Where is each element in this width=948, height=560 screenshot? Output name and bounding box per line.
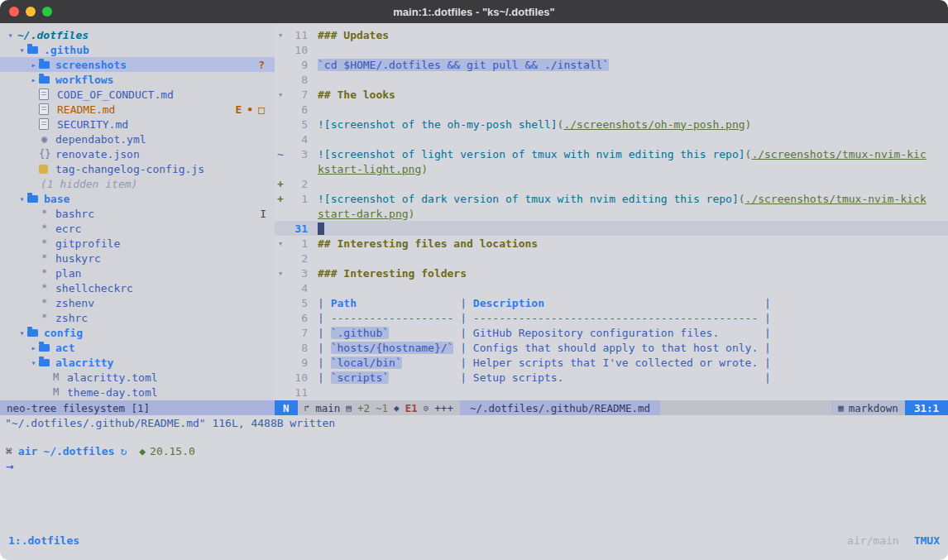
tree-row[interactable]: *huskyrc bbox=[0, 251, 275, 266]
line-text: ## The looks bbox=[318, 89, 948, 101]
git-status-badges: E•□ bbox=[236, 103, 275, 116]
line-text bbox=[318, 223, 948, 235]
editor-line[interactable]: 5![screenshot of the oh-my-posh shell](.… bbox=[275, 117, 948, 132]
prompt-host: air bbox=[18, 445, 37, 457]
tree-row[interactable]: *bashrcI bbox=[0, 206, 275, 221]
editor-line[interactable]: 9| `local/bin` | Helper scripts that I'v… bbox=[275, 355, 948, 370]
tree-row[interactable]: SECURITY.md bbox=[0, 117, 275, 132]
git-status-badges: ? bbox=[258, 59, 275, 71]
editor-line[interactable]: ~3![screenshot of light version of tmux … bbox=[275, 146, 948, 161]
editor-line[interactable]: +1![screenshot of dark version of tmux w… bbox=[275, 191, 948, 206]
tree-label: (1 hidden item) bbox=[41, 178, 137, 190]
editor-line[interactable]: 4 bbox=[275, 280, 948, 295]
tree-row[interactable]: README.mdE•□ bbox=[0, 102, 275, 117]
line-number: 10 bbox=[286, 44, 308, 56]
tree-row[interactable]: *ecrc bbox=[0, 221, 275, 236]
neotree-status-text: neo-tree filesystem [1] bbox=[7, 402, 150, 414]
tree-row[interactable]: {}renovate.json bbox=[0, 146, 275, 161]
tree-row[interactable]: *zshrc bbox=[0, 310, 275, 325]
editor-line[interactable]: 10| `scripts` | Setup scripts. | bbox=[275, 370, 948, 385]
editor-line[interactable]: 10 bbox=[275, 42, 948, 57]
zoom-button[interactable] bbox=[42, 7, 52, 17]
editor-line[interactable]: 5| Path | Description | bbox=[275, 295, 948, 310]
tree-row[interactable]: ▾~/.dotfiles bbox=[0, 27, 275, 42]
tree-row[interactable]: ▾config bbox=[0, 325, 275, 340]
statuslines: neo-tree filesystem [1] N ↱ main ▤ +2 ~1… bbox=[0, 400, 948, 415]
tree-row[interactable]: ▾base bbox=[0, 191, 275, 206]
tree-label: dependabot.yml bbox=[55, 133, 146, 146]
line-number: 31 bbox=[286, 223, 308, 235]
editor-line[interactable]: +2 bbox=[275, 176, 948, 191]
editor-line[interactable]: 7| `.github` | GitHub Repository configu… bbox=[275, 325, 948, 340]
shell-prompt: ⌘ air ~/.dotfiles ↻ ◆ 20.15.0 bbox=[0, 443, 948, 458]
line-text: start-dark.png) bbox=[318, 208, 948, 220]
tree-label: config bbox=[44, 327, 83, 339]
tmux-window-name[interactable]: 1:.dotfiles bbox=[8, 534, 79, 547]
editor-line[interactable]: 2 bbox=[275, 251, 948, 266]
tree-row[interactable]: ▸screenshots? bbox=[0, 57, 275, 72]
editor-line[interactable]: 31 bbox=[275, 221, 948, 236]
diff-added: +2 bbox=[357, 402, 370, 414]
tree-row[interactable]: ▾alacritty bbox=[0, 355, 275, 370]
filetype-segment: ▦ markdown bbox=[831, 400, 905, 415]
tree-row[interactable]: tag-changelog-config.js bbox=[0, 161, 275, 176]
editor-line[interactable]: start-dark.png) bbox=[275, 206, 948, 221]
editor-line[interactable]: ▾1## Interesting files and locations bbox=[275, 236, 948, 251]
git-status-icon: □ bbox=[258, 103, 265, 116]
editor-line[interactable]: 6 bbox=[275, 102, 948, 117]
git-status-icon: • bbox=[247, 103, 253, 116]
git-status-icon: ? bbox=[258, 59, 265, 71]
tree-label: SECURITY.md bbox=[57, 118, 128, 131]
tree-row[interactable]: *gitprofile bbox=[0, 236, 275, 251]
tree-row[interactable]: ◉dependabot.yml bbox=[0, 132, 275, 146]
editor-line[interactable]: 4 bbox=[275, 132, 948, 146]
editor-line[interactable]: ▾7## The looks bbox=[275, 87, 948, 102]
file-type-icon: * bbox=[39, 312, 50, 323]
editor-line[interactable]: ▾3### Interesting folders bbox=[275, 266, 948, 280]
tree-row[interactable]: ▸workflows bbox=[0, 72, 275, 87]
tree-row[interactable]: *plan bbox=[0, 266, 275, 280]
tree-label: base bbox=[44, 193, 69, 205]
folder-icon bbox=[27, 46, 38, 54]
tree-row[interactable]: ▾.github bbox=[0, 42, 275, 57]
tree-row[interactable]: *shellcheckrc bbox=[0, 280, 275, 295]
editor-line[interactable]: kstart-light.png) bbox=[275, 161, 948, 176]
line-number: 8 bbox=[286, 74, 308, 86]
shell-input-line[interactable]: → bbox=[0, 458, 948, 474]
minimize-button[interactable] bbox=[26, 7, 36, 17]
tree-row[interactable]: ▸act bbox=[0, 340, 275, 355]
neotree-panel: ▾~/.dotfiles▾.github▸screenshots?▸workfl… bbox=[0, 23, 275, 400]
tree-row[interactable]: Mtheme-day.toml bbox=[0, 385, 275, 400]
expander-icon: ▾ bbox=[5, 31, 16, 40]
gutter-sign: ▾ bbox=[275, 268, 286, 279]
line-number: 1 bbox=[286, 237, 308, 250]
tree-row[interactable]: CODE_OF_CONDUCT.md bbox=[0, 87, 275, 102]
cursor bbox=[318, 223, 324, 235]
tree-label: gitprofile bbox=[55, 237, 120, 250]
spacer bbox=[0, 474, 948, 532]
file-type-icon: ◉ bbox=[39, 133, 50, 145]
file-icon bbox=[39, 103, 49, 115]
tree-row[interactable]: (1 hidden item) bbox=[0, 176, 275, 191]
expander-icon: ▾ bbox=[17, 328, 27, 337]
file-type-icon: * bbox=[39, 297, 50, 309]
editor-line[interactable]: 8 bbox=[275, 72, 948, 87]
editor-line[interactable]: 9`cd $HOME/.dotfiles && git pull && ./in… bbox=[275, 57, 948, 72]
editor-line[interactable]: ▾11### Updates bbox=[275, 27, 948, 42]
tree-row[interactable]: Malacritty.toml bbox=[0, 370, 275, 385]
tree-row[interactable]: *zshenv bbox=[0, 295, 275, 310]
line-number: 7 bbox=[286, 327, 308, 339]
editor-line[interactable]: 6| ------------------- | ---------------… bbox=[275, 310, 948, 325]
gutter-sign: ▾ bbox=[275, 89, 286, 100]
close-button[interactable] bbox=[9, 7, 19, 17]
line-number: 9 bbox=[286, 357, 308, 369]
javascript-icon bbox=[39, 165, 48, 174]
tree-label: plan bbox=[55, 267, 81, 280]
editor-line[interactable]: 8| `hosts/{hostname}/` | Configs that sh… bbox=[275, 340, 948, 355]
spacer bbox=[0, 430, 948, 443]
prompt-cwd: ~/.dotfiles bbox=[43, 445, 114, 457]
line-number: 2 bbox=[286, 178, 308, 190]
editor-line[interactable]: 11 bbox=[275, 385, 948, 400]
node-icon: ◆ bbox=[139, 445, 146, 457]
line-number: 3 bbox=[286, 148, 308, 160]
